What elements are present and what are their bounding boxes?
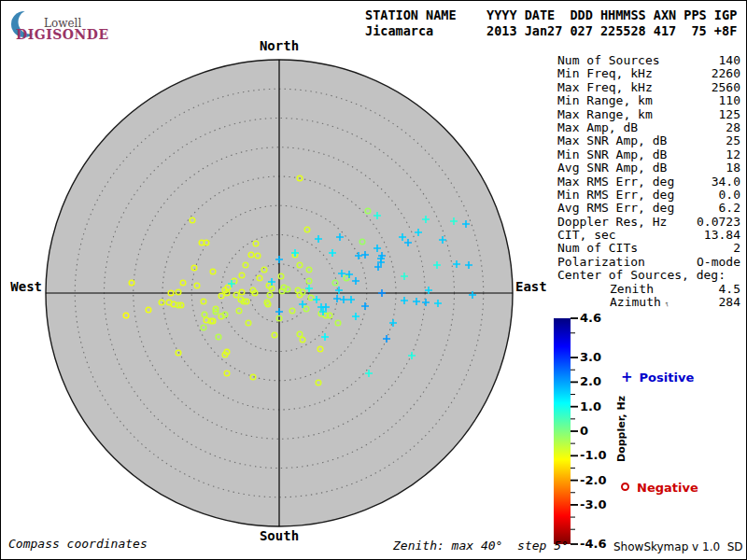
source-positive bbox=[319, 308, 327, 315]
source-negative bbox=[344, 275, 349, 281]
stat-row-14: Num of CITs2 bbox=[557, 242, 740, 255]
source-negative bbox=[335, 320, 341, 326]
stat-value: 0.0723 bbox=[697, 216, 740, 229]
source-negative bbox=[241, 299, 247, 304]
source-negative bbox=[224, 371, 230, 376]
source-negative bbox=[248, 252, 254, 258]
source-negative bbox=[233, 292, 239, 298]
source-negative bbox=[295, 287, 301, 293]
source-positive bbox=[352, 313, 359, 320]
source-negative bbox=[308, 295, 314, 301]
source-positive bbox=[425, 287, 432, 294]
logo-digisonde-text: DIGISONDE bbox=[16, 27, 109, 42]
stat-label: Zenith bbox=[557, 283, 654, 296]
colorbar-tick-label: 1.0 bbox=[580, 399, 601, 413]
stat-label: Max Freq, kHz bbox=[557, 81, 653, 94]
source-positive bbox=[317, 303, 325, 311]
source-positive bbox=[374, 212, 381, 219]
source-positive bbox=[321, 333, 329, 341]
source-positive bbox=[361, 251, 369, 259]
circle-marker-icon bbox=[621, 483, 629, 491]
source-negative bbox=[176, 289, 181, 295]
source-positive bbox=[434, 300, 442, 307]
colorbar-tick-label: -2.0 bbox=[580, 473, 606, 487]
stat-label: Avg RMS Err, deg bbox=[557, 202, 674, 215]
stat-row-13: CIT, sec13.84 bbox=[557, 229, 740, 242]
compass-label-north: North bbox=[253, 38, 305, 53]
source-positive bbox=[352, 277, 359, 285]
legend-positive-label: Positive bbox=[640, 371, 695, 385]
source-positive bbox=[228, 280, 235, 287]
source-negative bbox=[208, 318, 214, 324]
stat-value: 125 bbox=[719, 108, 740, 121]
colorbar-tick-label: 3.0 bbox=[580, 350, 601, 364]
source-positive bbox=[377, 259, 385, 266]
source-positive bbox=[315, 235, 322, 243]
source-negative bbox=[285, 287, 290, 292]
stat-label: Polarization bbox=[557, 256, 645, 269]
source-negative bbox=[243, 262, 248, 268]
source-positive bbox=[345, 271, 353, 278]
compass-label-east: East bbox=[515, 279, 547, 294]
source-negative bbox=[306, 278, 312, 284]
source-positive bbox=[415, 229, 422, 236]
stat-value: 4.5 bbox=[719, 283, 740, 296]
source-negative bbox=[224, 290, 230, 296]
stat-label: Num of Sources bbox=[557, 54, 660, 67]
source-negative bbox=[232, 278, 237, 284]
source-negative bbox=[297, 262, 303, 268]
source-negative bbox=[176, 350, 181, 356]
source-negative bbox=[318, 311, 324, 316]
source-positive bbox=[361, 302, 369, 310]
stat-row-4: Max Range, km125 bbox=[557, 108, 740, 121]
zenith-ring-10deg bbox=[221, 235, 338, 352]
source-positive bbox=[275, 256, 283, 263]
source-negative bbox=[250, 287, 256, 293]
source-negative bbox=[365, 208, 371, 214]
source-negative bbox=[317, 346, 323, 352]
source-positive bbox=[338, 270, 345, 277]
source-negative bbox=[201, 325, 206, 330]
source-positive bbox=[399, 233, 406, 241]
source-negative bbox=[199, 240, 204, 245]
stat-value: 6.2 bbox=[719, 202, 740, 215]
source-negative bbox=[266, 283, 272, 288]
source-positive bbox=[465, 261, 472, 269]
source-positive bbox=[383, 335, 390, 343]
zenith-ring-15deg bbox=[191, 205, 367, 381]
footer-coordinates-note: Compass coordinates bbox=[8, 537, 148, 551]
source-positive bbox=[322, 303, 330, 311]
colorbar-tick-label: 0 bbox=[580, 424, 588, 438]
source-positive bbox=[305, 285, 313, 292]
source-negative bbox=[359, 239, 365, 245]
stat-row-11: Avg RMS Err, deg6.2 bbox=[557, 202, 740, 215]
source-negative bbox=[279, 288, 285, 294]
stat-label: Max SNR Amp, dB bbox=[557, 134, 667, 147]
source-positive bbox=[404, 239, 412, 246]
stat-label: Min Freq, kHz bbox=[557, 67, 653, 80]
source-positive bbox=[469, 291, 476, 299]
source-positive bbox=[433, 261, 441, 269]
stat-row-1: Min Freq, kHz2260 bbox=[557, 67, 740, 80]
colorbar bbox=[554, 318, 571, 544]
source-negative bbox=[176, 302, 181, 308]
source-positive bbox=[377, 255, 385, 262]
stat-value: 284 bbox=[719, 296, 740, 309]
stat-row-0: Num of Sources140 bbox=[557, 54, 740, 67]
source-positive bbox=[413, 298, 420, 305]
stat-row-12: Doppler Res, Hz0.0723 bbox=[557, 216, 740, 229]
source-negative bbox=[332, 280, 338, 286]
legend-negative: Negative bbox=[621, 481, 698, 495]
source-negative bbox=[327, 313, 332, 318]
source-positive bbox=[291, 249, 299, 257]
source-negative bbox=[323, 313, 329, 318]
stat-value: O-mode bbox=[697, 256, 740, 269]
source-positive bbox=[299, 301, 306, 308]
source-negative bbox=[261, 267, 267, 273]
source-negative bbox=[168, 290, 174, 296]
measurement-stats-panel: Num of Sources140Min Freq, kHz2260Max Fr… bbox=[557, 54, 740, 309]
source-negative bbox=[194, 283, 200, 288]
source-negative bbox=[210, 269, 216, 274]
stat-value: 0.0 bbox=[719, 189, 740, 202]
source-negative bbox=[300, 289, 305, 295]
